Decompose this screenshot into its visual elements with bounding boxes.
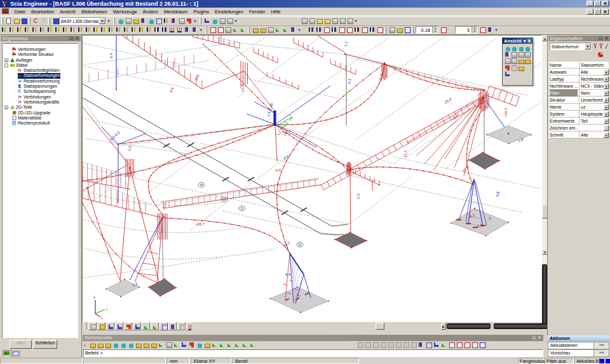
svg-text:0,4: 0,4 bbox=[109, 53, 113, 58]
svg-text:-11,6: -11,6 bbox=[403, 150, 407, 159]
svg-text:~26,7: ~26,7 bbox=[195, 222, 205, 226]
svg-text:0,5: 0,5 bbox=[495, 191, 500, 197]
svg-text:-7: -7 bbox=[234, 74, 238, 78]
svg-text:-28,0: -28,0 bbox=[451, 113, 460, 121]
svg-text:-6,5: -6,5 bbox=[356, 193, 360, 200]
svg-text:z: z bbox=[93, 295, 95, 299]
svg-text:-25,6: -25,6 bbox=[443, 97, 452, 105]
svg-text:52: 52 bbox=[298, 243, 302, 246]
svg-text:-0,6: -0,6 bbox=[274, 168, 281, 172]
svg-text:-11,7: -11,7 bbox=[241, 84, 245, 93]
svg-text:1,7: 1,7 bbox=[343, 41, 349, 48]
svg-text:51: 51 bbox=[240, 207, 244, 210]
svg-text:=10,4: =10,4 bbox=[504, 107, 508, 118]
svg-text:-9,6: -9,6 bbox=[194, 74, 200, 81]
svg-text:=13,6: =13,6 bbox=[219, 36, 222, 44]
svg-text:x: x bbox=[101, 316, 103, 320]
svg-text:1,5 1,45: 1,5 1,45 bbox=[266, 102, 274, 117]
svg-text:48: 48 bbox=[200, 184, 203, 187]
svg-text:50: 50 bbox=[222, 198, 226, 201]
svg-text:18,2: 18,2 bbox=[283, 240, 291, 248]
svg-text:-11,4: -11,4 bbox=[378, 73, 383, 83]
svg-text:22,5: 22,5 bbox=[461, 165, 470, 173]
svg-text:y: y bbox=[106, 307, 108, 311]
svg-text:0,1: 0,1 bbox=[348, 78, 351, 84]
svg-text:6,9: 6,9 bbox=[285, 273, 291, 276]
svg-text:-5,5: -5,5 bbox=[162, 202, 167, 210]
svg-text:-9,6: -9,6 bbox=[168, 86, 174, 94]
svg-text:0,5: 0,5 bbox=[283, 154, 290, 161]
svg-text:-3,6: -3,6 bbox=[127, 145, 132, 152]
svg-text:0,5 0,3: 0,5 0,3 bbox=[109, 130, 121, 142]
